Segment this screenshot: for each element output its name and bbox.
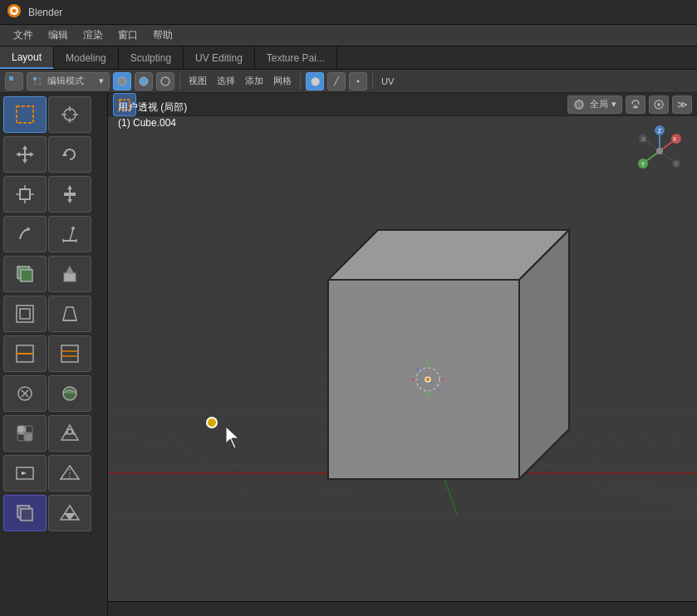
measure-tool[interactable] (48, 216, 91, 252)
sidebar-row-3 (3, 176, 104, 213)
randomize-tool[interactable] (48, 415, 91, 452)
svg-rect-5 (9, 82, 13, 86)
proportional-edit-btn[interactable] (649, 95, 669, 114)
sidebar-row-2 (3, 136, 104, 173)
offset-edge-tool[interactable] (48, 335, 91, 372)
svg-marker-110 (328, 280, 519, 479)
svg-rect-3 (9, 76, 13, 81)
menu-file[interactable]: 文件 (7, 27, 40, 44)
svg-rect-6 (15, 82, 19, 86)
loop-cut-tool[interactable] (3, 335, 47, 372)
scale-tool[interactable] (3, 176, 47, 213)
toolbar-separator-3 (372, 73, 373, 90)
annotate-tool[interactable] (3, 216, 47, 252)
svg-point-13 (161, 77, 169, 86)
toolbar-separator-2 (300, 73, 301, 90)
face-mode-btn[interactable]: ▪ (349, 72, 367, 90)
left-sidebar (0, 93, 108, 616)
menu-help[interactable]: 帮助 (146, 27, 179, 44)
viewport-bottom-bar (108, 601, 697, 616)
menu-bar: 文件 编辑 渲染 窗口 帮助 (0, 25, 697, 46)
svg-rect-44 (21, 270, 32, 281)
svg-rect-50 (17, 306, 33, 322)
viewport-solid-btn[interactable] (113, 72, 131, 90)
svg-marker-70 (22, 472, 27, 475)
svg-rect-75 (21, 509, 32, 521)
svg-marker-26 (62, 151, 67, 156)
svg-rect-7 (33, 77, 37, 81)
svg-rect-9 (33, 82, 37, 86)
blender-logo (7, 3, 22, 22)
svg-marker-35 (67, 185, 72, 189)
knife-tool[interactable] (3, 375, 47, 412)
editor-toolbar: 编辑模式 ▾ 视图 选择 添加 网格 ⬤ ╱ ▪ UV (0, 70, 697, 93)
viewport-wire-btn[interactable] (156, 72, 174, 90)
viewport-global-dropdown[interactable]: 全局 ▾ (567, 95, 622, 114)
viewport[interactable]: 全局 ▾ ≫ (108, 93, 697, 616)
svg-rect-56 (61, 345, 78, 362)
viewport-material-btn[interactable] (135, 72, 153, 90)
svg-rect-8 (38, 77, 42, 81)
menu-render[interactable]: 渲染 (76, 27, 110, 44)
vertex-icon: ⬤ (311, 76, 320, 86)
svg-rect-48 (64, 273, 76, 281)
vertex-mode-btn[interactable]: ⬤ (306, 72, 324, 90)
smooth-tool[interactable] (3, 415, 47, 452)
svg-rect-10 (38, 82, 42, 86)
mesh-label[interactable]: 网格 (270, 75, 295, 87)
svg-point-66 (67, 429, 72, 434)
svg-point-88 (657, 103, 660, 106)
title-bar: Blender (0, 0, 697, 25)
menu-edit[interactable]: 编辑 (42, 27, 75, 44)
select-box-tool[interactable] (3, 96, 47, 133)
cursor-tool[interactable] (48, 96, 91, 133)
add-label[interactable]: 添加 (242, 75, 267, 87)
snap-button[interactable] (626, 95, 645, 114)
poly-build-tool[interactable] (3, 495, 47, 531)
inset-tool[interactable] (3, 296, 47, 332)
viewport-options-btn[interactable]: ≫ (672, 95, 692, 114)
tab-uv-editing[interactable]: UV Editing (184, 46, 255, 69)
sidebar-row-9 (3, 415, 104, 452)
tab-sculpting[interactable]: Sculpting (119, 46, 184, 69)
shrink-wrap-tool[interactable] (48, 455, 91, 491)
svg-marker-49 (66, 266, 74, 273)
sidebar-row-5 (3, 256, 104, 292)
svg-point-2 (12, 8, 17, 12)
sidebar-row-10 (3, 455, 104, 491)
edit-mode-dropdown[interactable]: 编辑模式 ▾ (27, 72, 110, 90)
svg-point-11 (118, 77, 126, 86)
tab-layout[interactable]: Layout (0, 46, 54, 69)
transform-tool[interactable] (48, 176, 91, 213)
bevel-tool[interactable] (48, 296, 91, 332)
view-label[interactable]: 视图 (185, 75, 210, 87)
edge-slide-tool[interactable] (3, 455, 47, 491)
edge-mode-btn[interactable]: ╱ (327, 72, 346, 90)
extrude-tool[interactable] (48, 256, 91, 292)
edge-icon: ╱ (334, 76, 339, 86)
svg-rect-14 (17, 106, 33, 123)
svg-marker-23 (22, 159, 27, 164)
bisect-tool[interactable] (48, 375, 91, 412)
svg-point-37 (27, 227, 30, 231)
add-cube-tool[interactable] (3, 256, 47, 292)
sidebar-row-11 (3, 495, 104, 531)
svg-rect-51 (20, 309, 30, 319)
svg-rect-32 (64, 193, 76, 196)
global-label: 全局 (590, 98, 608, 110)
viewport-select-active-btn[interactable] (113, 93, 136, 116)
move-tool[interactable] (3, 136, 47, 173)
tab-modeling[interactable]: Modeling (54, 46, 119, 69)
workspace-tabs: Layout Modeling Sculpting UV Editing Tex… (0, 46, 697, 70)
rotate-tool[interactable] (48, 136, 91, 173)
tab-texture-paint[interactable]: Texture Pai... (255, 46, 337, 69)
toolbar-separator-1 (179, 73, 180, 90)
main-area: 全局 ▾ ≫ (0, 93, 697, 616)
select-label[interactable]: 选择 (214, 75, 238, 87)
uv-label[interactable]: UV (378, 76, 397, 86)
svg-marker-25 (30, 152, 34, 157)
cube-3d (174, 126, 697, 616)
mode-dropdown-arrow: ▾ (99, 76, 104, 86)
spin-tool[interactable] (48, 495, 91, 531)
menu-window[interactable]: 窗口 (111, 27, 145, 44)
